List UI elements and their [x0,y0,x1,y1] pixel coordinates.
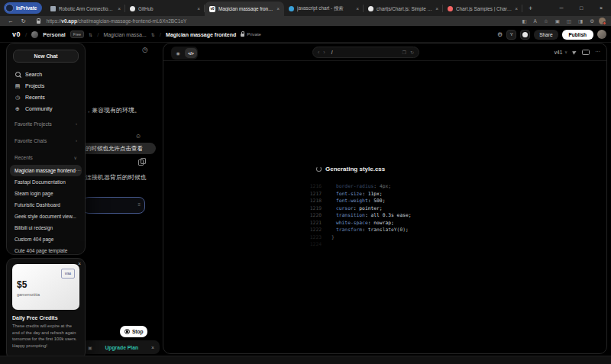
tab-javascript-chart[interactable]: javascript chart - 搜索 × [284,2,364,16]
preview-path-bar[interactable]: ‹ › / ❐ ↻ [312,47,419,58]
favorites-icon[interactable]: ☆ [544,18,548,24]
preview-path[interactable]: / [331,50,333,55]
history-icon[interactable]: ◷ [142,46,148,53]
code-editor[interactable]: 1216border-radius: 4px; 1217font-size: 1… [305,182,412,248]
fork-icon[interactable]: Y [506,30,516,40]
version-selector[interactable]: v41 [554,50,562,55]
recent-chat-item[interactable]: Magician massage frontend ⋯ [10,165,82,176]
select-pointer-icon[interactable] [572,50,577,55]
recent-chat-item[interactable]: Bilibili ui redesign [7,222,85,234]
address-text[interactable]: https://v0.app/chat/magician-massage-fro… [47,18,187,24]
tab-strip: Robotic Arm Connection Issue × GitHub × … [46,0,532,16]
input-settings-icon[interactable]: ≡ [137,202,141,207]
v0-logo[interactable]: v0 [12,31,21,38]
stop-label: Stop [132,329,143,334]
sidebar-item-community[interactable]: ⊕ Community [7,103,85,114]
stop-button[interactable]: Stop [120,326,147,337]
section-label: Favorite Chats [15,138,47,143]
viewport-icon[interactable] [582,50,590,55]
minimize-icon[interactable]: ─ [551,0,571,16]
code-view-icon[interactable]: </> [185,48,197,58]
code-line: 1221white-space: nowrap; [305,219,412,227]
tab-chartjs-repo[interactable]: chartjs/Chart.js: Simple HTML5 × [364,2,443,16]
lock-icon [37,21,40,24]
publish-button[interactable]: Publish [562,30,593,40]
close-icon[interactable]: × [151,345,154,350]
code-line: 1224 [305,240,412,248]
new-tab-button[interactable]: + [529,5,532,12]
path-bar-actions: ❐ ↻ [402,50,414,55]
browser-essentials-icon[interactable]: ◧ [522,18,526,24]
emoji-icon: ☺ [135,133,141,140]
maximize-icon[interactable]: □ [571,0,591,16]
browser-settings-icon[interactable]: ⚙ [590,18,594,24]
chevron-down-icon[interactable]: ∨ [564,50,567,54]
open-external-icon[interactable]: ❐ [402,50,406,55]
close-icon[interactable]: × [276,6,280,11]
workspace-avatar [31,31,38,38]
tab-title: Magician massage frontend - v [218,6,273,11]
credit-card: VISA $5 gamemotitia [12,264,79,310]
refresh-icon[interactable]: ↻ [410,50,414,55]
recent-chat-item[interactable]: Futuristic Dashboard [7,199,85,211]
sidebar-item-recents[interactable]: ◷ Recents [7,92,85,103]
browser-profile-avatar[interactable] [599,18,606,24]
section-favorite-projects[interactable]: Favorite Projects › [7,116,85,131]
tab-magician-massage-active[interactable]: v0 Magician massage frontend - v × [205,2,284,16]
read-aloud-icon[interactable]: A [534,18,537,24]
close-icon[interactable]: × [118,6,121,11]
more-icon[interactable]: ⋯ [76,168,81,174]
tab-title: chartjs/Chart.js: Simple HTML5 [377,6,432,11]
copy-icon[interactable] [138,159,144,166]
github-icon [368,6,373,11]
chevron-updown-icon[interactable]: ⇅ [89,32,92,37]
generating-title: Generating style.css [325,166,385,172]
preview-eye-icon[interactable]: ◉ [172,48,184,58]
settings-gear-icon[interactable]: ⚙ [497,31,503,38]
section-favorite-chats[interactable]: Favorite Chats › [7,133,85,148]
browser-url-bar: ← ↻ https://v0.app/chat/magician-massage… [0,16,611,26]
section-recents[interactable]: Recents ∨ [7,150,85,165]
more-icon[interactable]: ⋯ [595,49,600,55]
extensions-icon[interactable]: ◨ [578,18,583,24]
split-screen-icon[interactable]: ◫ [567,18,571,24]
new-chat-button[interactable]: New Chat [13,50,79,63]
tab-title: Robotic Arm Connection Issue [59,6,115,11]
upgrade-banner: ▣ Upgrade Plan × [82,340,160,354]
back-icon[interactable]: ← [8,18,14,24]
chevron-updown-icon[interactable]: ⇅ [151,32,155,37]
close-icon[interactable]: × [435,6,438,11]
recent-chat-item[interactable]: Geek style document view... [7,211,85,222]
upgrade-plan-link[interactable]: Upgrade Plan [105,345,138,350]
forward-icon[interactable]: › [323,50,325,55]
sidebar-item-projects[interactable]: ▤ Projects [7,80,85,92]
projects-icon: ▤ [15,83,21,89]
preview-toolbar: ◉ </> ‹ › / ❐ ↻ v41 ∨ ⋯ [163,43,606,61]
tab-github[interactable]: GitHub × [125,2,205,16]
close-window-icon[interactable]: × [591,0,611,16]
workspace-name[interactable]: Personal [43,32,66,37]
preview-panel: ◉ </> ‹ › / ❐ ↻ v41 ∨ ⋯ Genera [163,43,607,354]
back-icon[interactable]: ‹ [318,50,319,55]
chat-input[interactable]: ≡ [82,197,145,214]
recent-chat-item[interactable]: Custom 404 page [7,234,85,245]
project-name[interactable]: Magician massa... [103,32,146,37]
tab-chartjs-samples[interactable]: Chart.js Samples | Chart.js × [443,2,522,16]
user-avatar[interactable] [597,30,606,39]
recent-chat-item[interactable]: Steam login page [7,188,85,199]
collections-icon[interactable]: ▣ [555,18,560,24]
recent-chat-item[interactable]: Cute 404 page template [7,245,85,255]
recent-chat-item[interactable]: Fastapi Documentation [7,176,85,188]
close-icon[interactable]: × [515,6,518,11]
tab-robotic-arm[interactable]: Robotic Arm Connection Issue × [46,2,125,16]
sidebar-item-search[interactable]: Search [7,69,85,80]
plan-badge: Free [70,31,84,38]
privacy-label: Private [247,32,261,37]
share-button[interactable]: Share [534,30,558,40]
close-icon[interactable]: × [197,6,200,11]
tab-title: javascript chart - 搜索 [297,5,353,12]
refresh-icon[interactable]: ↻ [21,18,26,24]
breadcrumb-separator: / [160,31,161,38]
github-button[interactable] [520,30,530,40]
close-icon[interactable]: × [356,6,359,11]
